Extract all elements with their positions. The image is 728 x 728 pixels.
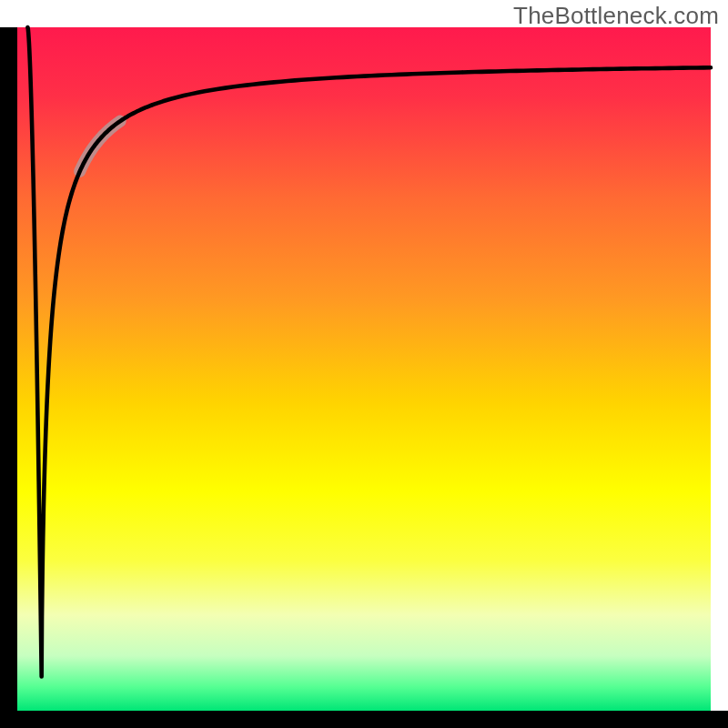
x-axis-bar [0, 711, 728, 728]
bottleneck-chart [0, 0, 728, 728]
plot-background [17, 27, 711, 711]
y-axis-bar [0, 27, 17, 728]
chart-stage: TheBottleneck.com [0, 0, 728, 728]
watermark-label: TheBottleneck.com [513, 2, 719, 30]
